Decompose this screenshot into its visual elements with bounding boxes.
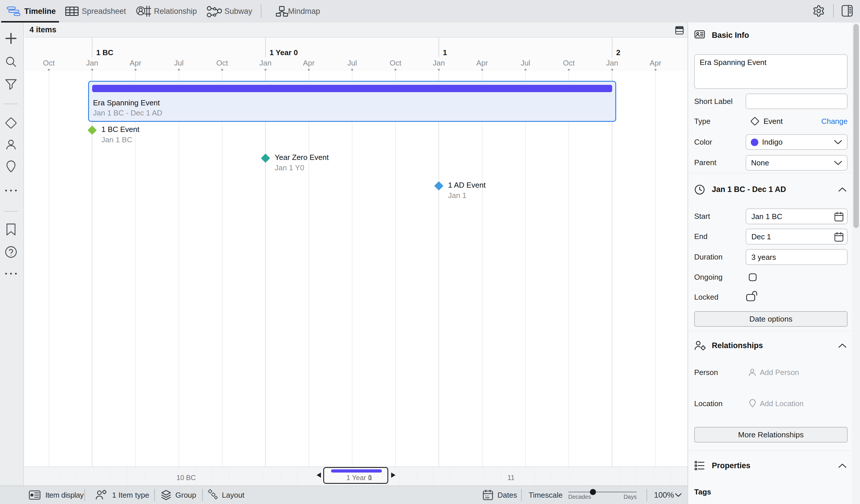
item-type-button-label[interactable]: 1 Item type xyxy=(112,491,149,500)
group-button-label[interactable]: Group xyxy=(175,491,196,500)
navigator-year-line xyxy=(263,467,263,486)
change-type-link[interactable]: Change xyxy=(821,117,848,126)
navigator-right-arrow[interactable] xyxy=(391,473,396,478)
tab-mindmap[interactable]: Mindmap xyxy=(276,0,320,23)
aeon-timeline-app: TimelineSpreadsheetRelationshipSubwayMin… xyxy=(0,0,860,504)
end-date-input[interactable]: Dec 1 xyxy=(746,228,848,244)
date-options-button[interactable]: Date options xyxy=(694,311,848,327)
chevron-down-icon xyxy=(834,140,842,145)
navigator-year-line xyxy=(314,467,314,486)
layout-button-label[interactable]: Layout xyxy=(222,491,244,500)
event-diamond[interactable] xyxy=(261,153,270,163)
toolbar-divider xyxy=(521,489,522,501)
more-options-button[interactable] xyxy=(0,265,22,282)
event-title: Era Spanning Event xyxy=(93,99,160,107)
month-tick-dot xyxy=(221,69,223,71)
locked-toggle[interactable] xyxy=(746,290,758,302)
relationship-tab-icon xyxy=(136,5,151,17)
parent-label: Parent xyxy=(694,158,716,167)
parent-dropdown[interactable]: None xyxy=(746,155,848,171)
person-tag-icon-icon xyxy=(694,341,707,351)
gridline xyxy=(525,71,526,466)
bookmarks-button[interactable] xyxy=(0,221,22,238)
navigator-year-line xyxy=(637,467,637,486)
duration-input[interactable]: 3 years xyxy=(746,249,848,265)
start-date-input[interactable]: Jan 1 BC xyxy=(746,208,848,224)
event-diamond[interactable] xyxy=(87,125,97,135)
properties-section-collapse-button[interactable] xyxy=(838,463,847,468)
era-event-bar[interactable] xyxy=(92,85,612,92)
month-tick-dot xyxy=(568,69,570,71)
event-date: Jan 1 Y0 xyxy=(275,163,304,172)
locations-button[interactable] xyxy=(0,158,22,176)
timeline-canvas[interactable]: Era Spanning EventJan 1 BC - Dec 1 AD1 B… xyxy=(25,71,688,466)
month-label: Jul xyxy=(174,59,184,68)
search-button[interactable] xyxy=(0,53,22,71)
ellipsis-icon xyxy=(5,189,17,192)
chevron-down-icon-icon xyxy=(834,161,842,166)
name-textarea[interactable]: Era Spanning Event xyxy=(694,54,848,89)
toolbar-divider xyxy=(646,489,647,501)
panel-scrollbar-thumb[interactable] xyxy=(854,24,859,228)
filter-button[interactable] xyxy=(0,76,22,93)
tab-subway[interactable]: Subway xyxy=(207,0,252,23)
tab-timeline[interactable]: Timeline xyxy=(6,0,56,23)
map-pin-icon xyxy=(5,160,16,174)
tab-label: Subway xyxy=(225,7,252,16)
tab-label: Relationship xyxy=(154,7,197,16)
year-label: 2 xyxy=(616,48,620,57)
items-count-label: 4 items xyxy=(29,25,56,34)
more-types-button[interactable] xyxy=(0,182,22,199)
settings-button[interactable] xyxy=(812,5,825,17)
events-button[interactable] xyxy=(0,114,22,132)
dates-section-collapse-button[interactable] xyxy=(838,187,847,192)
locked-label: Locked xyxy=(694,293,718,302)
calendar-icon xyxy=(834,212,844,222)
ongoing-checkbox[interactable] xyxy=(749,273,757,281)
month-tick-dot xyxy=(525,69,527,71)
navigator-left-arrow[interactable] xyxy=(317,473,321,478)
navigator-year-line xyxy=(501,467,501,486)
gridline xyxy=(569,71,569,466)
timeline-navigator[interactable]: 10 BC1 Year 0111 xyxy=(25,466,688,486)
type-value: Event xyxy=(763,117,783,126)
zoom-chevron-icon[interactable] xyxy=(675,493,682,498)
layout-diamonds-icon xyxy=(206,489,220,501)
ellipsis-icon xyxy=(5,272,17,275)
type-diamond-icon xyxy=(750,116,760,126)
help-button[interactable] xyxy=(0,243,22,261)
timeline-tab-icon xyxy=(6,6,20,16)
bottom-toolbar: Item display1 Item typeGroupLayoutDatesT… xyxy=(0,486,688,504)
add-item-button[interactable] xyxy=(0,30,22,47)
dates-button-label[interactable]: Dates xyxy=(498,491,517,500)
month-tick-dot xyxy=(611,69,613,71)
relationships-section-collapse-button[interactable] xyxy=(838,343,847,348)
timescale-slider-track[interactable] xyxy=(568,492,637,492)
tab-spreadsheet[interactable]: Spreadsheet xyxy=(65,0,126,23)
persons-button[interactable] xyxy=(0,136,22,153)
item-display-button-label[interactable]: Item display xyxy=(45,491,84,500)
zoom-level[interactable]: 100% xyxy=(654,491,674,500)
toolbar-divider xyxy=(84,489,85,501)
navigator-year-line xyxy=(399,467,399,486)
navigator-year-line xyxy=(76,467,76,486)
panel-toggle-button[interactable] xyxy=(842,5,853,17)
month-tick-dot xyxy=(351,69,353,71)
more-relationships-button[interactable]: More Relationships xyxy=(694,427,848,443)
subway-tab-icon-icon xyxy=(207,4,224,18)
event-diamond-icon xyxy=(87,125,97,135)
add-person-field[interactable]: Add Person xyxy=(760,368,799,377)
tab-relationship[interactable]: Relationship xyxy=(136,0,197,23)
chevron-up-icon xyxy=(838,463,847,468)
duration-label: Duration xyxy=(694,253,722,262)
color-dropdown[interactable]: Indigo xyxy=(746,134,848,150)
year-label: 1 xyxy=(443,48,447,57)
gridline xyxy=(482,71,483,466)
event-diamond[interactable] xyxy=(434,181,444,191)
short-label-input[interactable] xyxy=(746,93,848,109)
row-display-button[interactable] xyxy=(675,26,684,35)
panel-section-divider xyxy=(688,450,851,451)
add-location-field[interactable]: Add Location xyxy=(760,399,804,408)
timescale-label: Timescale xyxy=(529,491,563,500)
timescale-min-label: Decades xyxy=(568,494,591,500)
